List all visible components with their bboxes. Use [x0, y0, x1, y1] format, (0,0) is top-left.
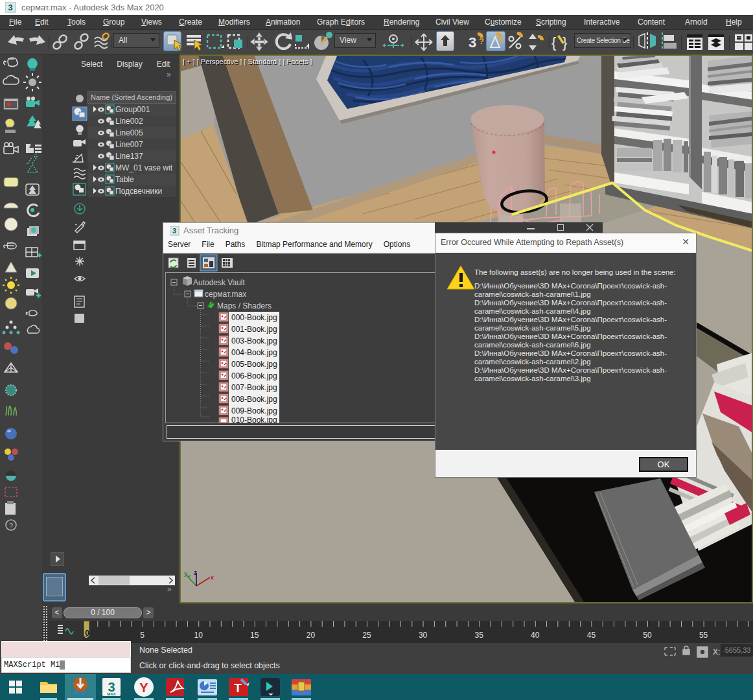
svg-text:010-Book.jpg: 010-Book.jpg	[231, 415, 277, 423]
svg-text:Maps / Shaders: Maps / Shaders	[217, 301, 272, 310]
svg-text:Line007: Line007	[115, 140, 143, 149]
svg-text:50: 50	[643, 631, 652, 640]
svg-text:Line137: Line137	[115, 152, 143, 161]
svg-text:3: 3	[469, 34, 476, 51]
svg-text:X:: X:	[713, 648, 720, 657]
svg-text:008-Book.jpg: 008-Book.jpg	[231, 395, 277, 404]
svg-text:003-Book.jpg: 003-Book.jpg	[231, 336, 277, 345]
svg-text:Y: Y	[139, 681, 148, 695]
svg-text:z: z	[194, 569, 197, 576]
svg-text:001-Book.jpg: 001-Book.jpg	[231, 325, 277, 334]
svg-text:x: x	[211, 574, 214, 581]
svg-text:10: 10	[194, 631, 203, 640]
svg-text:сермат.max: сермат.max	[205, 290, 246, 299]
svg-text:55: 55	[699, 631, 708, 640]
svg-text:009-Book.jpg: 009-Book.jpg	[231, 406, 277, 415]
svg-text:000-Book.jpg: 000-Book.jpg	[231, 313, 277, 322]
svg-text:35: 35	[475, 631, 484, 640]
svg-text:[ + ] [ Perspective ] [ Standa: [ + ] [ Perspective ] [ Standard ] [ Fac…	[183, 58, 312, 65]
svg-text:005-Book.jpg: 005-Book.jpg	[231, 360, 277, 369]
svg-text:15: 15	[250, 631, 259, 640]
svg-text:?: ?	[9, 522, 13, 530]
svg-text:30: 30	[419, 631, 428, 640]
svg-text:Table: Table	[115, 175, 134, 184]
svg-text:MAX: MAX	[107, 692, 115, 696]
svg-text:?: ?	[479, 36, 484, 46]
svg-text:3: 3	[172, 227, 176, 235]
svg-text:20: 20	[307, 631, 316, 640]
svg-text:006-Book.jpg: 006-Book.jpg	[231, 371, 277, 380]
svg-text:3: 3	[8, 3, 12, 12]
svg-text:Подсвечники: Подсвечники	[115, 187, 162, 196]
svg-text:Line002: Line002	[115, 117, 143, 126]
svg-text:007-Book.jpg: 007-Book.jpg	[231, 383, 277, 392]
svg-text:25: 25	[362, 631, 371, 640]
svg-text:{: {	[551, 34, 556, 51]
svg-text:004-Book.jpg: 004-Book.jpg	[231, 348, 277, 357]
svg-text:Group001: Group001	[115, 105, 150, 114]
svg-text:Autodesk Vault: Autodesk Vault	[193, 278, 245, 287]
svg-text:y: y	[184, 570, 187, 577]
svg-text:MW_01 vase wit: MW_01 vase wit	[115, 163, 173, 172]
svg-text:?: ?	[498, 36, 503, 46]
svg-text:40: 40	[531, 631, 540, 640]
svg-text:T: T	[234, 681, 242, 695]
svg-text:45: 45	[587, 631, 596, 640]
svg-text:Line005: Line005	[115, 128, 143, 137]
svg-text:5: 5	[140, 631, 145, 640]
